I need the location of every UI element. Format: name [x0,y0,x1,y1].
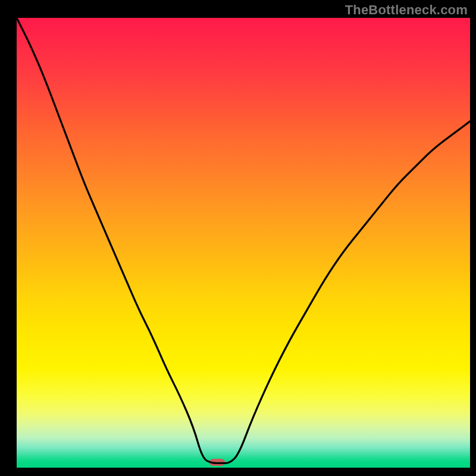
watermark-text: TheBottleneck.com [345,2,468,18]
bottleneck-curve-path [17,18,470,463]
plot-area [17,18,470,468]
chart-frame: TheBottleneck.com [0,0,476,476]
curve-svg [17,18,470,468]
